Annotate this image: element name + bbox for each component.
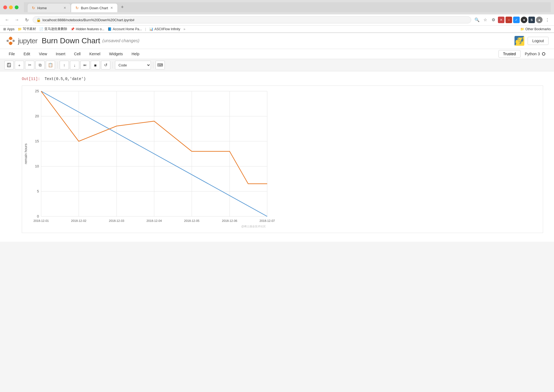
account-label: Account Home Pa... [113,27,142,31]
search-icon[interactable]: 🔍 [473,16,480,23]
folder-icon: 📁 [18,27,22,31]
tabs-bar: ↻ Home ✕ ↻ Burn Down Chart ✕ + [24,2,551,12]
trusted-badge[interactable]: Trusted [498,50,520,58]
doc-icon: 📄 [39,27,43,31]
ascii-label: ASCIIFlow Infinity [154,27,180,31]
menu-cell[interactable]: Cell [70,49,85,59]
keyboard-shortcuts-button[interactable]: ⌨ [156,61,165,69]
lock-icon: 🔒 [36,18,41,22]
svg-text:2018-12-05: 2018-12-05 [184,219,199,222]
ext3-icon[interactable]: ✓ [513,17,520,23]
svg-text:0: 0 [37,214,39,218]
svg-text:25: 25 [35,89,39,93]
notebook-title[interactable]: Burn Down Chart [42,36,100,45]
svg-point-1 [9,42,12,45]
back-button[interactable]: ← [3,16,11,24]
paste-button[interactable]: 📋 [46,61,55,69]
hidden-label: Hidden features o... [76,27,104,31]
svg-text:2018-12-03: 2018-12-03 [109,219,124,222]
output-text: Text(0.5,0,'date') [45,77,86,81]
kernel-name: Python 3 [525,52,540,56]
jupyter-header-right: Logout [515,36,549,46]
other-bookmarks[interactable]: 📁 Other Bookmarks [520,27,551,31]
kernel-status-icon [542,52,545,56]
kernel-info: Python 3 [520,50,550,58]
y-axis-title: remain hours [24,143,28,164]
bookmark-icon[interactable]: ☆ [482,16,489,23]
amazon-label: 亚马逊批量删除 [44,27,67,31]
refresh-button[interactable]: ↻ [23,16,31,24]
add-cell-button[interactable]: + [15,61,24,69]
extensions-icon[interactable]: ⚙ [490,16,497,23]
toolbar-separator-1 [57,62,57,68]
unsaved-changes-label: (unsaved changes) [102,38,139,43]
menu-right: Trusted Python 3 [498,50,550,58]
folder-other-icon: 📁 [520,27,524,31]
svg-text:2018-12-01: 2018-12-01 [34,219,49,222]
maximize-window-button[interactable] [15,5,19,9]
burndown-tab-close[interactable]: ✕ [110,6,113,10]
notebook-content: Out[11]: Text(0.5,0,'date') [0,71,554,242]
stop-button[interactable]: ■ [91,61,100,69]
cell-type-select[interactable]: Code Markdown Raw NBConvert Heading [115,61,151,69]
bookmark-ascii[interactable]: 📊 ASCIIFlow Infinity [149,27,180,31]
menu-icon[interactable]: ⋮ [544,16,551,23]
svg-point-5 [520,43,521,44]
cut-button[interactable]: ✂ [25,61,34,69]
bookmark-account[interactable]: 📘 Account Home Pa... [108,27,142,31]
svg-rect-9 [22,86,278,233]
bookmark-writing[interactable]: 📁 写书素材 [18,27,36,31]
menu-kernel[interactable]: Kernel [85,49,105,59]
home-tab-icon: ↻ [32,6,35,10]
menu-insert[interactable]: Insert [51,49,70,59]
ext1-icon[interactable]: ✕ [498,17,504,23]
copy-button[interactable]: ⧉ [35,61,45,69]
move-up-button[interactable]: ↑ [60,61,69,69]
menu-widgets[interactable]: Widgets [105,49,127,59]
pin-icon: 📌 [71,27,75,31]
run-next-button[interactable]: ⏭ [80,61,90,69]
svg-rect-8 [8,65,10,67]
minimize-window-button[interactable] [9,5,13,9]
jupyter-header: jupyter Burn Down Chart (unsaved changes… [0,33,554,49]
save-button[interactable] [4,61,14,69]
logout-button[interactable]: Logout [528,37,549,45]
watermark: @稀土掘金技术社区 [241,225,266,228]
url-bar[interactable]: 🔒 localhost:8888/notebooks/Burn%20Down%2… [33,16,471,23]
svg-point-0 [9,37,12,40]
tab-home[interactable]: ↻ Home ✕ [27,3,71,12]
new-tab-button[interactable]: + [118,2,127,12]
traffic-lights [3,5,19,9]
bookmark-separator: | [145,27,146,31]
apps-icon: ⊞ [3,27,6,31]
jupyter-logo-text: jupyter [18,37,37,45]
menu-file[interactable]: File [4,49,19,59]
profile-icon[interactable]: ● [536,17,543,23]
python-logo-icon [515,36,524,46]
bookmark-hidden[interactable]: 📌 Hidden features o... [71,27,104,31]
restart-button[interactable]: ↺ [101,61,110,69]
ext2-icon[interactable]: ○ [506,17,512,23]
menu-view[interactable]: View [35,49,51,59]
svg-text:20: 20 [35,114,39,118]
svg-text:5: 5 [37,189,39,193]
jupyter-menu: File Edit View Insert Cell Kernel Widget… [0,49,554,59]
tab-burndown[interactable]: ↻ Burn Down Chart ✕ [71,3,118,12]
bookmark-apps[interactable]: ⊞ Apps [3,27,14,31]
apps-label: Apps [7,27,14,31]
bookmark-amazon[interactable]: 📄 亚马逊批量删除 [39,27,67,31]
burndown-tab-icon: ↻ [75,6,79,10]
book-icon: 📘 [108,27,112,31]
move-down-button[interactable]: ↓ [70,61,79,69]
close-window-button[interactable] [3,5,7,9]
burndown-tab-label: Burn Down Chart [81,6,108,10]
ext4-icon[interactable]: ● [521,17,527,23]
bookmarks-more[interactable]: » [184,27,185,31]
menu-edit[interactable]: Edit [19,49,35,59]
home-tab-close[interactable]: ✕ [63,6,66,10]
writing-label: 写书素材 [23,27,36,31]
url-text: localhost:8888/notebooks/Burn%20Down%20C… [42,18,468,22]
ext5-icon[interactable]: S [528,17,535,23]
forward-button[interactable]: → [13,16,21,24]
menu-help[interactable]: Help [127,49,144,59]
